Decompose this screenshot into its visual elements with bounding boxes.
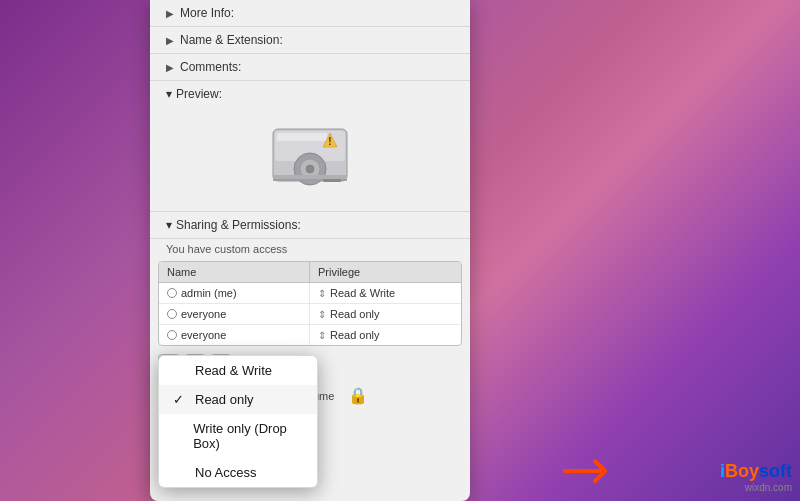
menu-item-write-only-label: Write only (Drop Box) xyxy=(193,421,303,451)
menu-item-read-write-label: Read & Write xyxy=(195,363,272,378)
menu-item-read-only-check: ✓ xyxy=(173,392,189,407)
menu-item-no-access[interactable]: No Access xyxy=(159,458,317,487)
custom-access-text: You have custom access xyxy=(150,239,470,261)
table-row[interactable]: admin (me) ⇕ Read & Write xyxy=(159,283,461,304)
col-name-header: Name xyxy=(159,262,310,282)
preview-image-area: ! xyxy=(150,107,470,211)
table-header: Name Privilege xyxy=(159,262,461,283)
menu-item-write-only[interactable]: Write only (Drop Box) xyxy=(159,414,317,458)
preview-label-text: Preview: xyxy=(176,87,222,101)
sharing-header[interactable]: ▾ Sharing & Permissions: xyxy=(150,212,470,239)
brand-logo: iBoysoft xyxy=(720,461,792,482)
svg-rect-2 xyxy=(277,133,327,141)
menu-item-read-write[interactable]: Read & Write xyxy=(159,356,317,385)
brand-boy: Boy xyxy=(725,461,759,481)
row1-name: admin (me) xyxy=(181,287,237,299)
row2-radio-icon xyxy=(167,309,177,319)
comments-chevron: ▶ xyxy=(166,62,174,73)
svg-point-7 xyxy=(306,165,314,173)
watermark: iBoysoft wixdn.com xyxy=(720,461,792,493)
row2-privilege-cell[interactable]: ⇕ Read only xyxy=(310,304,461,324)
more-info-row[interactable]: ▶ More Info: xyxy=(150,0,470,27)
svg-text:!: ! xyxy=(328,136,331,147)
brand-soft: soft xyxy=(759,461,792,481)
row3-stepper-icon: ⇕ xyxy=(318,330,326,341)
privilege-dropdown[interactable]: Read & Write ✓ Read only Write only (Dro… xyxy=(158,355,318,488)
name-extension-label: Name & Extension: xyxy=(180,33,283,47)
menu-item-read-only-label: Read only xyxy=(195,392,254,407)
name-extension-row[interactable]: ▶ Name & Extension: xyxy=(150,27,470,54)
permissions-table: Name Privilege admin (me) ⇕ Read & Write xyxy=(158,261,462,346)
more-info-chevron: ▶ xyxy=(166,8,174,19)
row1-stepper-icon: ⇕ xyxy=(318,288,326,299)
preview-chevron: ▾ xyxy=(166,87,172,101)
row2-privilege: Read only xyxy=(330,308,380,320)
menu-item-no-access-label: No Access xyxy=(195,465,256,480)
arrow-annotation xyxy=(560,453,620,487)
row3-privilege-cell[interactable]: ⇕ Read only xyxy=(310,325,461,345)
name-extension-chevron: ▶ xyxy=(166,35,174,46)
row3-radio-icon xyxy=(167,330,177,340)
hard-drive-icon: ! xyxy=(265,117,355,197)
row3-name: everyone xyxy=(181,329,226,341)
col-privilege-header: Privilege xyxy=(310,262,461,282)
comments-label: Comments: xyxy=(180,60,241,74)
svg-rect-10 xyxy=(323,179,341,182)
row1-privilege-cell[interactable]: ⇕ Read & Write xyxy=(310,283,461,303)
row3-privilege: Read only xyxy=(330,329,380,341)
row1-name-cell: admin (me) xyxy=(159,283,310,303)
row1-privilege: Read & Write xyxy=(330,287,395,299)
arrow-icon xyxy=(560,453,620,483)
row1-radio-icon xyxy=(167,288,177,298)
more-info-label: More Info: xyxy=(180,6,234,20)
row3-name-cell: everyone xyxy=(159,325,310,345)
menu-item-read-only[interactable]: ✓ Read only xyxy=(159,385,317,414)
row2-name-cell: everyone xyxy=(159,304,310,324)
preview-header[interactable]: ▾ Preview: xyxy=(150,81,470,107)
lock-icon[interactable]: 🔒 xyxy=(348,386,368,405)
row2-name: everyone xyxy=(181,308,226,320)
row2-stepper-icon: ⇕ xyxy=(318,309,326,320)
preview-section: ▾ Preview: ! xyxy=(150,81,470,212)
watermark-url: wixdn.com xyxy=(720,482,792,493)
table-row[interactable]: everyone ⇕ Read only xyxy=(159,304,461,325)
sharing-label: Sharing & Permissions: xyxy=(176,218,301,232)
comments-row[interactable]: ▶ Comments: xyxy=(150,54,470,81)
table-row[interactable]: everyone ⇕ Read only xyxy=(159,325,461,345)
sharing-chevron: ▾ xyxy=(166,218,172,232)
